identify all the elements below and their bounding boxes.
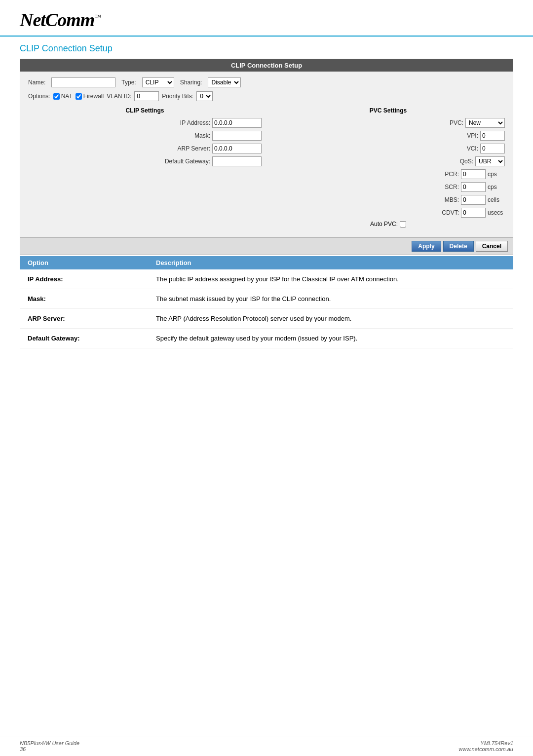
clip-settings-col: CLIP Settings IP Address: Mask: ARP Serv… bbox=[28, 107, 262, 231]
options-label: Options: bbox=[28, 93, 50, 100]
auto-pvc-row: Auto PVC: bbox=[271, 221, 505, 227]
arp-server-input[interactable] bbox=[212, 144, 262, 153]
form-body: Name: Type: CLIP PPPoE PPPoA MER Sharing… bbox=[20, 72, 513, 237]
settings-columns: CLIP Settings IP Address: Mask: ARP Serv… bbox=[28, 107, 505, 231]
pvc-row: PVC: New bbox=[271, 118, 505, 128]
name-label: Name: bbox=[28, 79, 45, 86]
pvc-label: PVC: bbox=[450, 119, 463, 126]
description-table: Option Description IP Address: The publi… bbox=[20, 256, 513, 348]
footer: NB5Plus4/W User Guide 36 YML754Rev1 www.… bbox=[0, 736, 533, 756]
clip-settings-title: CLIP Settings bbox=[28, 107, 262, 114]
delete-button[interactable]: Delete bbox=[443, 241, 474, 252]
qos-row: QoS: UBR CBR VBR-nrt VBR-rt bbox=[271, 156, 505, 166]
vci-label: VCI: bbox=[467, 145, 478, 152]
cdvt-input[interactable] bbox=[461, 208, 486, 218]
desc-mask: The subnet mask issued by your ISP for t… bbox=[148, 289, 513, 309]
logo: NetComm™ bbox=[20, 9, 513, 31]
auto-pvc-label: Auto PVC: bbox=[370, 221, 398, 227]
form-panel-title: CLIP Connection Setup bbox=[20, 59, 513, 72]
apply-button[interactable]: Apply bbox=[412, 241, 441, 252]
arp-server-row: ARP Server: bbox=[28, 144, 262, 153]
type-select[interactable]: CLIP PPPoE PPPoA MER bbox=[142, 77, 174, 87]
qos-label: QoS: bbox=[460, 158, 473, 165]
pcr-input[interactable] bbox=[461, 169, 486, 179]
ip-address-label: IP Address: bbox=[180, 119, 210, 126]
mask-label: Mask: bbox=[194, 132, 210, 139]
table-row: Default Gateway: Specify the default gat… bbox=[20, 329, 513, 348]
cdvt-label: CDVT: bbox=[442, 209, 459, 216]
scr-unit: cps bbox=[488, 184, 505, 190]
vpi-row: VPI: bbox=[271, 131, 505, 141]
col-option-header: Option bbox=[20, 256, 148, 269]
arp-server-label: ARP Server: bbox=[178, 145, 210, 152]
nat-checkbox[interactable] bbox=[53, 93, 60, 100]
table-row: ARP Server: The ARP (Address Resolution … bbox=[20, 309, 513, 329]
priority-bits-select[interactable]: 0 1 2 3 bbox=[196, 91, 213, 101]
desc-table-header: Option Description bbox=[20, 256, 513, 269]
footer-right: YML754Rev1 www.netcomm.com.au bbox=[458, 740, 513, 752]
default-gateway-input[interactable] bbox=[212, 156, 262, 166]
vlan-id-label: VLAN ID: bbox=[107, 93, 131, 100]
vpi-input[interactable] bbox=[480, 131, 505, 141]
scr-row: SCR: cps bbox=[271, 182, 505, 192]
form-panel: CLIP Connection Setup Name: Type: CLIP P… bbox=[20, 59, 513, 255]
mbs-input[interactable] bbox=[461, 195, 486, 205]
desc-ip-address: The public IP address assigned by your I… bbox=[148, 269, 513, 289]
auto-pvc-checkbox[interactable] bbox=[400, 221, 406, 227]
mbs-unit: cells bbox=[488, 196, 505, 203]
scr-label: SCR: bbox=[445, 184, 459, 190]
scr-input[interactable] bbox=[461, 182, 486, 192]
vpi-label: VPI: bbox=[467, 132, 478, 139]
table-row: IP Address: The public IP address assign… bbox=[20, 269, 513, 289]
cdvt-unit: usecs bbox=[488, 209, 505, 216]
desc-table-body: IP Address: The public IP address assign… bbox=[20, 269, 513, 348]
mbs-label: MBS: bbox=[445, 196, 459, 203]
header: NetComm™ bbox=[0, 0, 533, 37]
main-content: CLIP Connection Setup Name: Type: CLIP P… bbox=[0, 59, 533, 348]
nat-checkbox-item: NAT bbox=[53, 93, 73, 100]
mbs-row: MBS: cells bbox=[271, 195, 505, 205]
option-default-gateway: Default Gateway: bbox=[20, 329, 148, 348]
desc-arp-server: The ARP (Address Resolution Protocol) se… bbox=[148, 309, 513, 329]
default-gateway-row: Default Gateway: bbox=[28, 156, 262, 166]
firewall-checkbox-item: Firewall bbox=[76, 93, 104, 100]
vlan-id-input[interactable] bbox=[134, 91, 159, 101]
sharing-label: Sharing: bbox=[180, 79, 202, 86]
nat-label: NAT bbox=[61, 93, 73, 100]
default-gateway-label: Default Gateway: bbox=[165, 158, 210, 165]
page-title: CLIP Connection Setup bbox=[0, 37, 533, 59]
desc-default-gateway: Specify the default gateway used by your… bbox=[148, 329, 513, 348]
cancel-button[interactable]: Cancel bbox=[476, 241, 508, 252]
ip-address-row: IP Address: bbox=[28, 118, 262, 128]
option-ip-address: IP Address: bbox=[20, 269, 148, 289]
pvc-settings-title: PVC Settings bbox=[271, 107, 505, 114]
firewall-checkbox[interactable] bbox=[76, 93, 82, 100]
option-mask: Mask: bbox=[20, 289, 148, 309]
type-label: Type: bbox=[121, 79, 136, 86]
cdvt-row: CDVT: usecs bbox=[271, 208, 505, 218]
vci-row: VCI: bbox=[271, 144, 505, 153]
footer-version: YML754Rev1 www.netcomm.com.au bbox=[458, 740, 513, 752]
vci-input[interactable] bbox=[480, 144, 505, 153]
ip-address-input[interactable] bbox=[212, 118, 262, 128]
pcr-label: PCR: bbox=[445, 171, 459, 178]
pcr-row: PCR: cps bbox=[271, 169, 505, 179]
pcr-unit: cps bbox=[488, 171, 505, 178]
sharing-select[interactable]: Disable Enable bbox=[208, 77, 241, 87]
qos-select[interactable]: UBR CBR VBR-nrt VBR-rt bbox=[475, 156, 505, 166]
name-input[interactable] bbox=[51, 77, 115, 87]
priority-bits-label: Priority Bits: bbox=[162, 93, 193, 100]
mask-input[interactable] bbox=[212, 131, 262, 141]
option-arp-server: ARP Server: bbox=[20, 309, 148, 329]
table-row: Mask: The subnet mask issued by your ISP… bbox=[20, 289, 513, 309]
mask-row: Mask: bbox=[28, 131, 262, 141]
pvc-settings-col: PVC Settings PVC: New VPI: VCI: bbox=[262, 107, 505, 231]
col-description-header: Description bbox=[148, 256, 513, 269]
footer-guide: NB5Plus4/W User Guide 36 bbox=[20, 740, 79, 752]
buttons-row: Apply Delete Cancel bbox=[20, 237, 513, 255]
form-row-name: Name: Type: CLIP PPPoE PPPoA MER Sharing… bbox=[28, 77, 505, 87]
options-row: Options: NAT Firewall VLAN ID: Priority … bbox=[28, 91, 505, 101]
pvc-select[interactable]: New bbox=[465, 118, 505, 128]
firewall-label: Firewall bbox=[83, 93, 104, 100]
footer-left: NB5Plus4/W User Guide 36 bbox=[20, 740, 79, 752]
